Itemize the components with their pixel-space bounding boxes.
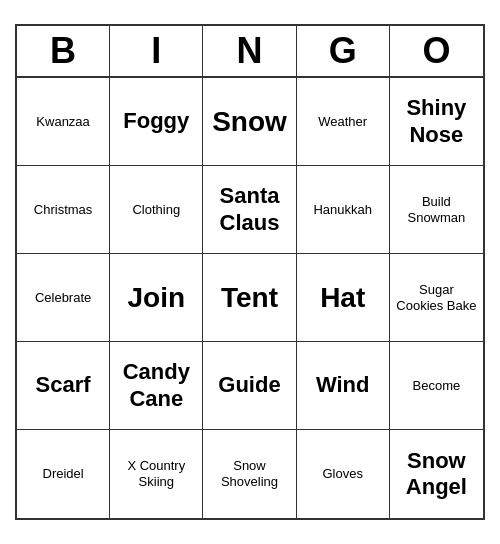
bingo-cell: Weather [297,78,390,166]
header-letter: O [390,26,483,76]
bingo-header: BINGO [17,26,483,78]
bingo-cell: Clothing [110,166,203,254]
bingo-cell: Snow [203,78,296,166]
bingo-cell: Hat [297,254,390,342]
bingo-cell: Guide [203,342,296,430]
header-letter: N [203,26,296,76]
bingo-cell: Kwanzaa [17,78,110,166]
bingo-cell: Candy Cane [110,342,203,430]
bingo-cell: Build Snowman [390,166,483,254]
bingo-cell: Gloves [297,430,390,518]
bingo-cell: Wind [297,342,390,430]
bingo-cell: Shiny Nose [390,78,483,166]
bingo-cell: Snow Angel [390,430,483,518]
bingo-cell: Santa Claus [203,166,296,254]
bingo-cell: Scarf [17,342,110,430]
bingo-grid: KwanzaaFoggySnowWeatherShiny NoseChristm… [17,78,483,518]
bingo-cell: Dreidel [17,430,110,518]
bingo-cell: Join [110,254,203,342]
bingo-cell: Snow Shoveling [203,430,296,518]
bingo-cell: Become [390,342,483,430]
bingo-cell: Sugar Cookies Bake [390,254,483,342]
bingo-cell: Celebrate [17,254,110,342]
header-letter: I [110,26,203,76]
header-letter: G [297,26,390,76]
bingo-cell: X Country Skiing [110,430,203,518]
header-letter: B [17,26,110,76]
bingo-cell: Christmas [17,166,110,254]
bingo-cell: Tent [203,254,296,342]
bingo-cell: Hanukkah [297,166,390,254]
bingo-cell: Foggy [110,78,203,166]
bingo-card: BINGO KwanzaaFoggySnowWeatherShiny NoseC… [15,24,485,520]
